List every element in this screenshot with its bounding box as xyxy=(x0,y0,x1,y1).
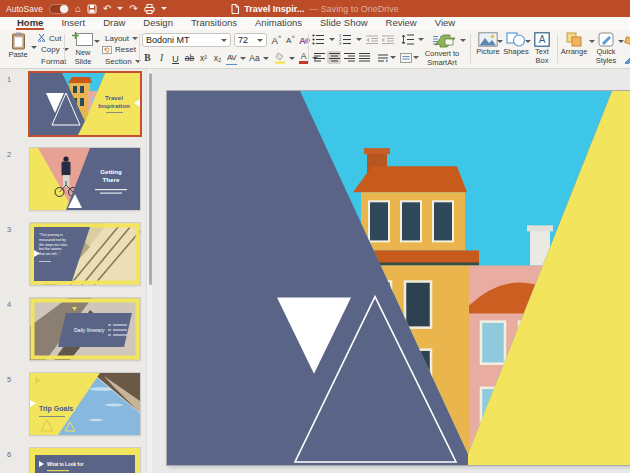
slide-thumbnail-4[interactable]: Daily Itinerary xyxy=(30,298,140,360)
font-name-select[interactable]: Bodoni MT xyxy=(142,33,231,47)
new-slide-button[interactable]: New Slide xyxy=(68,32,98,66)
save-icon[interactable] xyxy=(87,4,97,14)
tab-slide-show[interactable]: Slide Show xyxy=(311,17,377,30)
line-spacing-icon[interactable] xyxy=(401,34,414,45)
shapes-button[interactable]: Shapes xyxy=(501,32,531,57)
slide-thumbnail-6[interactable]: What to Look for xyxy=(30,448,140,473)
align-right-button[interactable] xyxy=(342,51,356,64)
align-center-button[interactable] xyxy=(327,51,341,64)
picture-button[interactable]: Picture xyxy=(473,32,503,57)
bullet-list-caret-icon[interactable] xyxy=(329,38,335,41)
bold-button[interactable]: B xyxy=(142,51,153,65)
paste-icon xyxy=(11,32,26,50)
italic-button[interactable]: I xyxy=(156,51,167,65)
shape-line-icon xyxy=(624,54,630,64)
quick-access-menu-icon[interactable] xyxy=(161,7,167,10)
autosave-label: AutoSave xyxy=(6,4,43,14)
font-size-value: 72 xyxy=(238,35,248,45)
convert-smartart-button[interactable]: Convert to SmartArt xyxy=(416,50,468,67)
svg-text:Travel: Travel xyxy=(105,94,123,101)
align-left-icon xyxy=(314,53,325,62)
quick-styles-button[interactable]: Quick Styles xyxy=(593,32,619,65)
cut-button[interactable]: Cut xyxy=(38,33,64,43)
autosave-toggle[interactable] xyxy=(49,4,69,14)
change-case-button[interactable]: Aa xyxy=(249,51,260,65)
slide-thumbnail-3[interactable]: “The journey is measured not by the step… xyxy=(30,223,140,285)
change-case-caret-icon[interactable] xyxy=(263,57,269,60)
tab-home[interactable]: Home xyxy=(8,17,52,30)
undo-icon[interactable]: ↶ xyxy=(103,0,111,17)
font-name-value: Bodoni MT xyxy=(146,35,190,45)
reset-button[interactable]: Reset xyxy=(102,45,138,55)
redo-icon[interactable]: ↷ xyxy=(129,0,137,17)
ribbon-tab-bar: Home Insert Draw Design Transitions Anim… xyxy=(0,17,630,30)
layout-button[interactable]: Layout xyxy=(102,33,138,43)
new-slide-caret-icon[interactable] xyxy=(94,40,100,43)
slide-number: 6 xyxy=(7,450,11,459)
font-color-label: A xyxy=(301,52,307,61)
superscript-button[interactable]: x² xyxy=(198,51,209,65)
slide-thumbnail-panel: 1 xyxy=(0,69,146,473)
undo-menu-caret-icon[interactable] xyxy=(117,7,123,10)
grow-font-button[interactable]: A˄ xyxy=(271,33,282,47)
format-painter-label: Format xyxy=(41,57,66,66)
cut-icon xyxy=(38,34,46,42)
underline-button[interactable]: U xyxy=(170,51,181,65)
copy-button[interactable]: Copy xyxy=(38,45,64,55)
text-direction-caret-icon[interactable] xyxy=(390,56,396,59)
tab-design[interactable]: Design xyxy=(134,17,182,30)
tab-review[interactable]: Review xyxy=(377,17,426,30)
slide-editing-area[interactable] xyxy=(167,91,630,465)
text-direction-icon[interactable] xyxy=(377,53,389,63)
paste-label: Paste xyxy=(8,51,27,60)
slide-thumbnail-5[interactable]: Trip Goals xyxy=(30,373,140,435)
character-spacing-button[interactable]: AV xyxy=(226,51,237,65)
slide-number: 1 xyxy=(7,75,11,84)
paste-caret-icon[interactable] xyxy=(31,46,37,49)
slide-thumbnail-2[interactable]: Getting There xyxy=(30,148,140,210)
tab-draw[interactable]: Draw xyxy=(94,17,134,30)
layout-caret-icon xyxy=(132,37,138,40)
format-painter-button[interactable]: Format xyxy=(38,56,64,66)
shape-fill-icon xyxy=(624,36,630,46)
align-left-button[interactable] xyxy=(312,51,326,64)
justify-button[interactable] xyxy=(357,51,371,64)
subscript-button[interactable]: x₂ xyxy=(212,51,223,65)
convert-smartart-icon[interactable] xyxy=(433,33,457,48)
tab-insert[interactable]: Insert xyxy=(52,17,94,30)
strikethrough-button[interactable]: ab xyxy=(184,51,195,65)
shape-line-button[interactable]: Shape Line xyxy=(624,54,630,64)
arrange-label: Arrange xyxy=(561,48,588,57)
convert-smartart-caret-icon[interactable] xyxy=(460,39,466,42)
layout-label: Layout xyxy=(105,34,129,43)
character-spacing-caret-icon[interactable] xyxy=(240,57,246,60)
paste-button[interactable]: Paste xyxy=(3,32,33,60)
font-name-caret-icon xyxy=(221,39,227,42)
section-button[interactable]: Section xyxy=(102,56,138,66)
bullet-list-icon[interactable] xyxy=(312,34,325,45)
line-spacing-caret-icon[interactable] xyxy=(418,38,424,41)
tab-view[interactable]: View xyxy=(426,17,464,30)
slide-thumbnail-1[interactable]: Travel Inspiration xyxy=(30,73,140,135)
align-text-icon[interactable] xyxy=(400,53,412,63)
arrange-button[interactable]: Arrange xyxy=(560,32,588,57)
numbered-list-icon[interactable]: 123 xyxy=(339,34,352,45)
font-size-select[interactable]: 72 xyxy=(234,33,267,47)
highlight-caret-icon[interactable] xyxy=(289,57,295,60)
picture-icon xyxy=(478,32,498,47)
convert-smartart-label2: SmartArt xyxy=(427,58,457,67)
tab-animations[interactable]: Animations xyxy=(246,17,311,30)
shrink-font-button[interactable]: A˅ xyxy=(285,33,296,47)
increase-indent-icon[interactable] xyxy=(382,35,394,45)
numbered-list-caret-icon[interactable] xyxy=(356,38,362,41)
shape-fill-button[interactable]: Shape Fill xyxy=(624,36,630,46)
home-icon[interactable]: ⌂ xyxy=(75,0,81,17)
main-content: 1 xyxy=(0,69,630,473)
tab-transitions[interactable]: Transitions xyxy=(182,17,246,30)
highlight-color-icon[interactable] xyxy=(274,52,286,64)
svg-text:Trip Goals: Trip Goals xyxy=(39,405,73,413)
text-box-button[interactable]: A Text Box xyxy=(529,32,555,65)
decrease-indent-icon[interactable] xyxy=(366,35,378,45)
print-icon[interactable] xyxy=(144,4,155,14)
align-right-icon xyxy=(344,53,355,62)
